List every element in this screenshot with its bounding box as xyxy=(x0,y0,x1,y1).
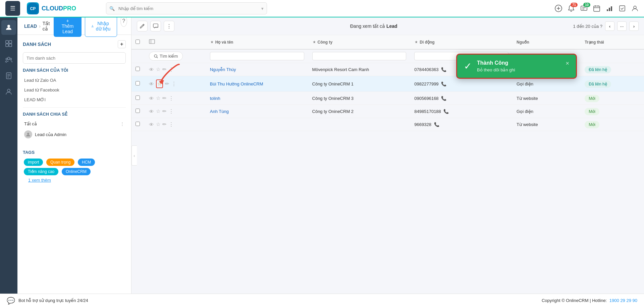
select-all-checkbox[interactable] xyxy=(136,40,140,44)
add-list-button[interactable]: + xyxy=(118,40,126,48)
star-icon-3[interactable]: ☆ xyxy=(156,95,160,101)
leads-table: Họ và tên Công ty xyxy=(131,35,644,131)
nav-person-icon[interactable] xyxy=(1,84,16,99)
see-more-link[interactable]: 1 xem thêm xyxy=(23,176,126,184)
lead-phone-4: 84985170188 📞 xyxy=(410,105,513,118)
sidebar-section-list: DANH SÁCH + DANH SÁCH CỦA TÔI Lead từ Za… xyxy=(17,35,131,146)
add-button[interactable] xyxy=(555,5,562,12)
search-company-input[interactable] xyxy=(312,52,407,60)
search-input[interactable] xyxy=(106,2,267,14)
more-icon[interactable]: ⋮ xyxy=(120,121,124,126)
more-options-button[interactable]: ⋮ xyxy=(164,21,174,32)
tag-hcm[interactable]: HCM xyxy=(78,159,95,166)
import-data-button[interactable]: Nhập dữ liệu xyxy=(85,17,117,37)
edit-icon-5[interactable]: ✏ xyxy=(162,121,167,127)
my-list-title: DANH SÁCH CỦA TÔI xyxy=(23,68,126,73)
edit-icon-4[interactable]: ✏ xyxy=(162,108,167,114)
row-actions-3: 👁 ☆ ✏ ⋮ xyxy=(149,95,202,101)
lead-company-2: Công ty OnineCRM 1 xyxy=(308,76,411,92)
svg-rect-18 xyxy=(6,44,8,47)
messages-button[interactable]: 10 xyxy=(580,5,588,12)
status-badge-5: Mới xyxy=(585,121,599,128)
shared-admin-item[interactable]: Lead của Admin xyxy=(23,128,126,140)
view-icon-4[interactable]: 👁 xyxy=(149,109,154,114)
lead-name-1[interactable]: Nguyễn Thúy xyxy=(210,67,236,72)
comment-button[interactable] xyxy=(150,21,161,32)
hamburger-menu[interactable]: ☰ xyxy=(5,1,20,16)
svg-rect-30 xyxy=(149,40,155,44)
tag-onlinecrm[interactable]: OnlineCRM xyxy=(62,168,91,175)
nav-document-icon[interactable] xyxy=(1,68,16,83)
row-checkbox-2[interactable] xyxy=(136,81,140,85)
more-icon-4[interactable]: ⋮ xyxy=(169,108,174,114)
sidebar-item-facebook[interactable]: Lead từ Facebook xyxy=(23,85,126,95)
notifications-button[interactable]: 71 xyxy=(568,5,575,12)
svg-rect-11 xyxy=(609,8,610,11)
row-checkbox-4[interactable] xyxy=(136,109,140,113)
chevron-down-icon: ▾ xyxy=(261,6,264,11)
sidebar-item-zalo[interactable]: Lead từ Zalo OA xyxy=(23,75,126,85)
toast-close-button[interactable]: × xyxy=(566,60,569,67)
sidebar-collapse-button[interactable]: ‹ xyxy=(131,145,137,166)
view-icon-3[interactable]: 👁 xyxy=(149,96,154,101)
analytics-button[interactable] xyxy=(606,5,613,12)
left-nav xyxy=(0,17,17,294)
star-icon-5[interactable]: ☆ xyxy=(156,121,160,127)
user-profile-button[interactable] xyxy=(631,5,639,12)
status-badge-1: Đã liên hệ xyxy=(585,66,611,73)
sidebar-search-input[interactable] xyxy=(23,52,126,64)
lead-company-1: Mövenpick Resort Cam Ranh xyxy=(308,63,411,76)
prev-page-button[interactable]: ‹ xyxy=(605,21,614,31)
sidebar: LEAD › Tất cả + Thêm Lead Nhập dữ liệu ?… xyxy=(17,17,131,294)
breadcrumb: LEAD › Tất cả xyxy=(24,21,50,32)
subheader-actions: + Thêm Lead Nhập dữ liệu ? xyxy=(54,17,127,37)
more-icon-5[interactable]: ⋮ xyxy=(169,121,174,127)
breadcrumb-lead[interactable]: LEAD xyxy=(24,23,37,29)
table-row: 👁 ☆ ✏ ⋮ Anh Tùng Công ty OnineCRM 2 8498… xyxy=(131,105,644,118)
messenger-area: 💬 Bot hỗ trợ sử dụng trực tuyến 24/24 xyxy=(7,297,88,305)
row-checkbox-3[interactable] xyxy=(136,96,140,100)
sidebar-item-new-lead[interactable]: LEAD MỚI xyxy=(23,95,126,105)
calendar-button[interactable] xyxy=(593,5,600,12)
row-checkbox-5[interactable] xyxy=(136,122,140,126)
nav-grid-icon[interactable] xyxy=(1,36,16,51)
svg-rect-13 xyxy=(620,6,625,11)
notification-badge: 71 xyxy=(571,3,578,7)
lead-name-2[interactable]: Bùi Thu Hường OnlineCRM xyxy=(210,81,263,86)
more-pages-button[interactable]: ··· xyxy=(617,21,627,31)
breadcrumb-sep: › xyxy=(39,23,41,29)
view-icon-5[interactable]: 👁 xyxy=(149,122,154,127)
svg-rect-6 xyxy=(594,6,600,11)
edit-icon-3[interactable]: ✏ xyxy=(162,95,167,101)
tags-container: import Quan trọng HCM Tiềm năng cao Onli… xyxy=(23,158,126,176)
view-icon-2[interactable]: 👁 xyxy=(149,81,154,87)
row-checkbox-1[interactable] xyxy=(136,67,140,71)
phone-icon-3: 📞 xyxy=(441,96,446,101)
more-icon-3[interactable]: ⋮ xyxy=(169,95,174,101)
avatar xyxy=(24,130,32,138)
shared-all-label: Tất cả xyxy=(24,121,37,126)
tag-important[interactable]: Quan trọng xyxy=(46,159,74,166)
next-page-button[interactable]: › xyxy=(629,21,639,31)
sidebar-shared-all[interactable]: Tất cả ⋮ xyxy=(23,119,126,128)
arrow-indicator xyxy=(156,63,182,87)
help-button[interactable]: ? xyxy=(120,17,127,27)
th-source: Nguồn xyxy=(513,35,581,49)
star-icon-4[interactable]: ☆ xyxy=(156,108,160,114)
tag-import[interactable]: import xyxy=(24,159,43,166)
edit-button[interactable] xyxy=(137,21,148,32)
tag-potential[interactable]: Tiềm năng cao xyxy=(24,168,58,175)
toast-notification: ✓ Thành Công Bỏ theo dõi bản ghi × xyxy=(456,54,577,79)
tasks-button[interactable] xyxy=(619,5,626,12)
search-button[interactable]: Tìm kiếm xyxy=(149,52,183,61)
nav-contacts-icon[interactable] xyxy=(1,52,16,67)
view-icon-1[interactable]: 👁 xyxy=(149,67,154,72)
nav-leads-icon[interactable] xyxy=(1,20,16,35)
add-lead-button[interactable]: + Thêm Lead xyxy=(54,17,82,37)
svg-point-21 xyxy=(6,58,8,60)
search-name-input[interactable] xyxy=(210,52,304,60)
lead-name-4[interactable]: Anh Tùng xyxy=(210,109,229,114)
lead-name-3[interactable]: tolinh xyxy=(210,96,220,101)
row-actions-4: 👁 ☆ ✏ ⋮ xyxy=(149,108,202,114)
global-search[interactable]: 🔍 ▾ xyxy=(106,2,267,14)
